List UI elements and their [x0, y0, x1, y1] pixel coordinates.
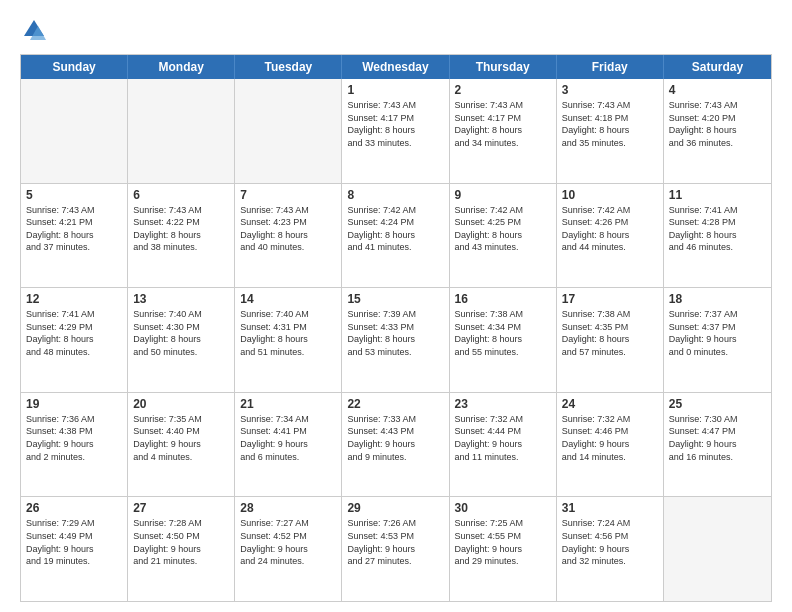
day-number: 28	[240, 501, 336, 515]
cell-info-text: Sunrise: 7:42 AM Sunset: 4:26 PM Dayligh…	[562, 204, 658, 254]
calendar-cell-21: 21Sunrise: 7:34 AM Sunset: 4:41 PM Dayli…	[235, 393, 342, 497]
weekday-header-thursday: Thursday	[450, 55, 557, 79]
day-number: 8	[347, 188, 443, 202]
weekday-header-saturday: Saturday	[664, 55, 771, 79]
calendar-cell-empty-4-6	[664, 497, 771, 601]
day-number: 9	[455, 188, 551, 202]
page: SundayMondayTuesdayWednesdayThursdayFrid…	[0, 0, 792, 612]
cell-info-text: Sunrise: 7:42 AM Sunset: 4:24 PM Dayligh…	[347, 204, 443, 254]
cell-info-text: Sunrise: 7:43 AM Sunset: 4:17 PM Dayligh…	[455, 99, 551, 149]
calendar-cell-11: 11Sunrise: 7:41 AM Sunset: 4:28 PM Dayli…	[664, 184, 771, 288]
day-number: 22	[347, 397, 443, 411]
calendar-cell-3: 3Sunrise: 7:43 AM Sunset: 4:18 PM Daylig…	[557, 79, 664, 183]
calendar: SundayMondayTuesdayWednesdayThursdayFrid…	[20, 54, 772, 602]
calendar-cell-17: 17Sunrise: 7:38 AM Sunset: 4:35 PM Dayli…	[557, 288, 664, 392]
cell-info-text: Sunrise: 7:40 AM Sunset: 4:31 PM Dayligh…	[240, 308, 336, 358]
calendar-cell-6: 6Sunrise: 7:43 AM Sunset: 4:22 PM Daylig…	[128, 184, 235, 288]
calendar-cell-15: 15Sunrise: 7:39 AM Sunset: 4:33 PM Dayli…	[342, 288, 449, 392]
calendar-cell-7: 7Sunrise: 7:43 AM Sunset: 4:23 PM Daylig…	[235, 184, 342, 288]
cell-info-text: Sunrise: 7:38 AM Sunset: 4:35 PM Dayligh…	[562, 308, 658, 358]
cell-info-text: Sunrise: 7:38 AM Sunset: 4:34 PM Dayligh…	[455, 308, 551, 358]
day-number: 23	[455, 397, 551, 411]
calendar-cell-9: 9Sunrise: 7:42 AM Sunset: 4:25 PM Daylig…	[450, 184, 557, 288]
day-number: 2	[455, 83, 551, 97]
calendar-cell-18: 18Sunrise: 7:37 AM Sunset: 4:37 PM Dayli…	[664, 288, 771, 392]
calendar-row-1: 1Sunrise: 7:43 AM Sunset: 4:17 PM Daylig…	[21, 79, 771, 183]
day-number: 6	[133, 188, 229, 202]
calendar-cell-14: 14Sunrise: 7:40 AM Sunset: 4:31 PM Dayli…	[235, 288, 342, 392]
day-number: 13	[133, 292, 229, 306]
day-number: 14	[240, 292, 336, 306]
header	[20, 16, 772, 44]
cell-info-text: Sunrise: 7:34 AM Sunset: 4:41 PM Dayligh…	[240, 413, 336, 463]
calendar-body: 1Sunrise: 7:43 AM Sunset: 4:17 PM Daylig…	[21, 79, 771, 601]
calendar-cell-31: 31Sunrise: 7:24 AM Sunset: 4:56 PM Dayli…	[557, 497, 664, 601]
calendar-cell-23: 23Sunrise: 7:32 AM Sunset: 4:44 PM Dayli…	[450, 393, 557, 497]
cell-info-text: Sunrise: 7:33 AM Sunset: 4:43 PM Dayligh…	[347, 413, 443, 463]
day-number: 16	[455, 292, 551, 306]
cell-info-text: Sunrise: 7:41 AM Sunset: 4:28 PM Dayligh…	[669, 204, 766, 254]
day-number: 30	[455, 501, 551, 515]
calendar-row-4: 19Sunrise: 7:36 AM Sunset: 4:38 PM Dayli…	[21, 392, 771, 497]
logo	[20, 16, 52, 44]
calendar-cell-20: 20Sunrise: 7:35 AM Sunset: 4:40 PM Dayli…	[128, 393, 235, 497]
day-number: 29	[347, 501, 443, 515]
calendar-header-row: SundayMondayTuesdayWednesdayThursdayFrid…	[21, 55, 771, 79]
cell-info-text: Sunrise: 7:26 AM Sunset: 4:53 PM Dayligh…	[347, 517, 443, 567]
weekday-header-tuesday: Tuesday	[235, 55, 342, 79]
day-number: 31	[562, 501, 658, 515]
calendar-cell-10: 10Sunrise: 7:42 AM Sunset: 4:26 PM Dayli…	[557, 184, 664, 288]
day-number: 15	[347, 292, 443, 306]
calendar-cell-4: 4Sunrise: 7:43 AM Sunset: 4:20 PM Daylig…	[664, 79, 771, 183]
cell-info-text: Sunrise: 7:24 AM Sunset: 4:56 PM Dayligh…	[562, 517, 658, 567]
cell-info-text: Sunrise: 7:36 AM Sunset: 4:38 PM Dayligh…	[26, 413, 122, 463]
day-number: 5	[26, 188, 122, 202]
cell-info-text: Sunrise: 7:43 AM Sunset: 4:20 PM Dayligh…	[669, 99, 766, 149]
day-number: 19	[26, 397, 122, 411]
calendar-cell-30: 30Sunrise: 7:25 AM Sunset: 4:55 PM Dayli…	[450, 497, 557, 601]
cell-info-text: Sunrise: 7:27 AM Sunset: 4:52 PM Dayligh…	[240, 517, 336, 567]
weekday-header-friday: Friday	[557, 55, 664, 79]
calendar-cell-empty-0-1	[128, 79, 235, 183]
calendar-cell-empty-0-2	[235, 79, 342, 183]
calendar-cell-28: 28Sunrise: 7:27 AM Sunset: 4:52 PM Dayli…	[235, 497, 342, 601]
cell-info-text: Sunrise: 7:37 AM Sunset: 4:37 PM Dayligh…	[669, 308, 766, 358]
day-number: 20	[133, 397, 229, 411]
calendar-cell-8: 8Sunrise: 7:42 AM Sunset: 4:24 PM Daylig…	[342, 184, 449, 288]
day-number: 21	[240, 397, 336, 411]
cell-info-text: Sunrise: 7:32 AM Sunset: 4:44 PM Dayligh…	[455, 413, 551, 463]
cell-info-text: Sunrise: 7:30 AM Sunset: 4:47 PM Dayligh…	[669, 413, 766, 463]
calendar-cell-13: 13Sunrise: 7:40 AM Sunset: 4:30 PM Dayli…	[128, 288, 235, 392]
calendar-cell-26: 26Sunrise: 7:29 AM Sunset: 4:49 PM Dayli…	[21, 497, 128, 601]
cell-info-text: Sunrise: 7:42 AM Sunset: 4:25 PM Dayligh…	[455, 204, 551, 254]
day-number: 4	[669, 83, 766, 97]
cell-info-text: Sunrise: 7:43 AM Sunset: 4:18 PM Dayligh…	[562, 99, 658, 149]
day-number: 26	[26, 501, 122, 515]
weekday-header-monday: Monday	[128, 55, 235, 79]
day-number: 17	[562, 292, 658, 306]
cell-info-text: Sunrise: 7:39 AM Sunset: 4:33 PM Dayligh…	[347, 308, 443, 358]
cell-info-text: Sunrise: 7:32 AM Sunset: 4:46 PM Dayligh…	[562, 413, 658, 463]
calendar-cell-19: 19Sunrise: 7:36 AM Sunset: 4:38 PM Dayli…	[21, 393, 128, 497]
calendar-cell-24: 24Sunrise: 7:32 AM Sunset: 4:46 PM Dayli…	[557, 393, 664, 497]
cell-info-text: Sunrise: 7:41 AM Sunset: 4:29 PM Dayligh…	[26, 308, 122, 358]
calendar-cell-16: 16Sunrise: 7:38 AM Sunset: 4:34 PM Dayli…	[450, 288, 557, 392]
day-number: 27	[133, 501, 229, 515]
calendar-cell-29: 29Sunrise: 7:26 AM Sunset: 4:53 PM Dayli…	[342, 497, 449, 601]
day-number: 12	[26, 292, 122, 306]
cell-info-text: Sunrise: 7:40 AM Sunset: 4:30 PM Dayligh…	[133, 308, 229, 358]
calendar-cell-22: 22Sunrise: 7:33 AM Sunset: 4:43 PM Dayli…	[342, 393, 449, 497]
calendar-row-3: 12Sunrise: 7:41 AM Sunset: 4:29 PM Dayli…	[21, 287, 771, 392]
day-number: 25	[669, 397, 766, 411]
logo-icon	[20, 16, 48, 44]
day-number: 24	[562, 397, 658, 411]
day-number: 1	[347, 83, 443, 97]
calendar-cell-1: 1Sunrise: 7:43 AM Sunset: 4:17 PM Daylig…	[342, 79, 449, 183]
cell-info-text: Sunrise: 7:29 AM Sunset: 4:49 PM Dayligh…	[26, 517, 122, 567]
day-number: 3	[562, 83, 658, 97]
weekday-header-wednesday: Wednesday	[342, 55, 449, 79]
calendar-row-2: 5Sunrise: 7:43 AM Sunset: 4:21 PM Daylig…	[21, 183, 771, 288]
calendar-cell-2: 2Sunrise: 7:43 AM Sunset: 4:17 PM Daylig…	[450, 79, 557, 183]
day-number: 7	[240, 188, 336, 202]
cell-info-text: Sunrise: 7:35 AM Sunset: 4:40 PM Dayligh…	[133, 413, 229, 463]
